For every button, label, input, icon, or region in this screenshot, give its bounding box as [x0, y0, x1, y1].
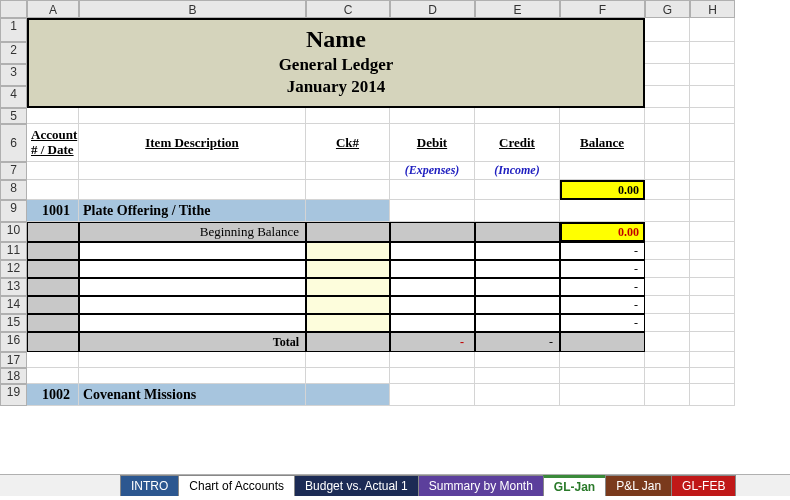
row-header-13[interactable]: 13 [0, 278, 27, 296]
cell-H13[interactable] [690, 278, 735, 296]
cell-A12[interactable] [27, 260, 79, 278]
cell-A11[interactable] [27, 242, 79, 260]
cell-F13[interactable]: - [560, 278, 645, 296]
row-header-12[interactable]: 12 [0, 260, 27, 278]
cell-A17[interactable] [27, 352, 79, 368]
cell-G1[interactable] [645, 18, 690, 42]
cell-G4[interactable] [645, 86, 690, 108]
cell-D15[interactable] [390, 314, 475, 332]
cell-A14[interactable] [27, 296, 79, 314]
cell-A15[interactable] [27, 314, 79, 332]
cell-C11[interactable] [306, 242, 390, 260]
cell-D8[interactable] [390, 180, 475, 200]
cell-H2[interactable] [690, 42, 735, 64]
cell-E18[interactable] [475, 368, 560, 384]
cell-C13[interactable] [306, 278, 390, 296]
row-header-7[interactable]: 7 [0, 162, 27, 180]
row-header-6[interactable]: 6 [0, 124, 27, 162]
cell-B15[interactable] [79, 314, 306, 332]
spreadsheet-grid[interactable]: A B C D E F G H 1 Name General Ledger Ja… [0, 0, 790, 406]
section1-acct[interactable]: 1001 [27, 200, 79, 222]
cell-A8[interactable] [27, 180, 79, 200]
cell-G15[interactable] [645, 314, 690, 332]
cell-C9[interactable] [306, 200, 390, 222]
cell-D14[interactable] [390, 296, 475, 314]
cell-B12[interactable] [79, 260, 306, 278]
row-header-11[interactable]: 11 [0, 242, 27, 260]
beginning-balance-value[interactable]: 0.00 [560, 222, 645, 242]
cell-D13[interactable] [390, 278, 475, 296]
cell-G6[interactable] [645, 124, 690, 162]
cell-F5[interactable] [560, 108, 645, 124]
cell-H6[interactable] [690, 124, 735, 162]
cell-H8[interactable] [690, 180, 735, 200]
cell-D9[interactable] [390, 200, 475, 222]
cell-C5[interactable] [306, 108, 390, 124]
cell-A18[interactable] [27, 368, 79, 384]
cell-H16[interactable] [690, 332, 735, 352]
row-header-10[interactable]: 10 [0, 222, 27, 242]
cell-H17[interactable] [690, 352, 735, 368]
cell-E13[interactable] [475, 278, 560, 296]
cell-D10[interactable] [390, 222, 475, 242]
row-header-4[interactable]: 4 [0, 86, 27, 108]
cell-B13[interactable] [79, 278, 306, 296]
cell-G7[interactable] [645, 162, 690, 180]
tab-gl-jan[interactable]: GL-Jan [543, 475, 606, 496]
tab-pl-jan[interactable]: P&L Jan [605, 475, 672, 496]
cell-H7[interactable] [690, 162, 735, 180]
cell-G14[interactable] [645, 296, 690, 314]
tab-budget-vs-actual[interactable]: Budget vs. Actual 1 [294, 475, 419, 496]
row-header-14[interactable]: 14 [0, 296, 27, 314]
row-header-1[interactable]: 1 [0, 18, 27, 42]
cell-H5[interactable] [690, 108, 735, 124]
cell-G10[interactable] [645, 222, 690, 242]
cell-E12[interactable] [475, 260, 560, 278]
col-header-C[interactable]: C [306, 0, 390, 18]
cell-E8[interactable] [475, 180, 560, 200]
cell-B18[interactable] [79, 368, 306, 384]
row-header-17[interactable]: 17 [0, 352, 27, 368]
cell-G18[interactable] [645, 368, 690, 384]
cell-G11[interactable] [645, 242, 690, 260]
cell-B11[interactable] [79, 242, 306, 260]
cell-H11[interactable] [690, 242, 735, 260]
row-header-8[interactable]: 8 [0, 180, 27, 200]
cell-H9[interactable] [690, 200, 735, 222]
row-header-19[interactable]: 19 [0, 384, 27, 406]
cell-H10[interactable] [690, 222, 735, 242]
select-all-corner[interactable] [0, 0, 27, 18]
cell-F11[interactable]: - [560, 242, 645, 260]
cell-C12[interactable] [306, 260, 390, 278]
section2-acct[interactable]: 1002 [27, 384, 79, 406]
cell-D12[interactable] [390, 260, 475, 278]
cell-H19[interactable] [690, 384, 735, 406]
row-header-5[interactable]: 5 [0, 108, 27, 124]
cell-C14[interactable] [306, 296, 390, 314]
cell-F14[interactable]: - [560, 296, 645, 314]
col-header-E[interactable]: E [475, 0, 560, 18]
cell-E5[interactable] [475, 108, 560, 124]
cell-E10[interactable] [475, 222, 560, 242]
cell-C19[interactable] [306, 384, 390, 406]
cell-C7[interactable] [306, 162, 390, 180]
cell-G19[interactable] [645, 384, 690, 406]
col-header-F[interactable]: F [560, 0, 645, 18]
cell-F19[interactable] [560, 384, 645, 406]
cell-G8[interactable] [645, 180, 690, 200]
cell-E19[interactable] [475, 384, 560, 406]
cell-G13[interactable] [645, 278, 690, 296]
row-header-16[interactable]: 16 [0, 332, 27, 352]
cell-H18[interactable] [690, 368, 735, 384]
row-header-3[interactable]: 3 [0, 64, 27, 86]
cell-G9[interactable] [645, 200, 690, 222]
cell-G12[interactable] [645, 260, 690, 278]
tab-gl-feb[interactable]: GL-FEB [671, 475, 736, 496]
top-balance[interactable]: 0.00 [560, 180, 645, 200]
cell-A13[interactable] [27, 278, 79, 296]
cell-E9[interactable] [475, 200, 560, 222]
cell-F16[interactable] [560, 332, 645, 352]
cell-A10[interactable] [27, 222, 79, 242]
cell-G2[interactable] [645, 42, 690, 64]
cell-F12[interactable]: - [560, 260, 645, 278]
